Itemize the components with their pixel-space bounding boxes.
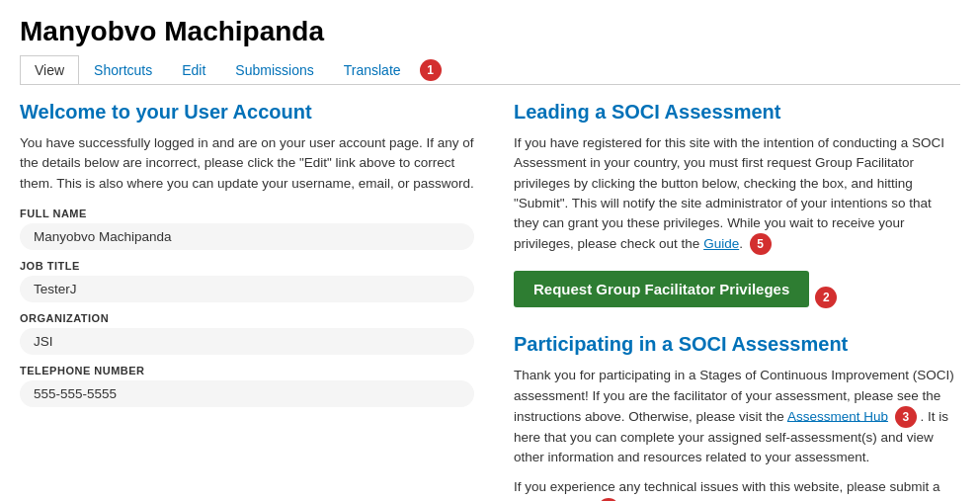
request-btn-wrapper: Request Group Facilitator Privileges 2 bbox=[514, 271, 837, 323]
field-label-job-title: JOB TITLE bbox=[20, 260, 474, 272]
field-job-title: JOB TITLE TesterJ bbox=[20, 260, 474, 302]
participating-description: Thank you for participating in a Stages … bbox=[514, 366, 960, 467]
leading-badge: 5 bbox=[750, 233, 772, 255]
leading-description: If you have registered for this site wit… bbox=[514, 133, 960, 255]
intro-text: You have successfully logged in and are … bbox=[20, 133, 474, 194]
tab-translate[interactable]: Translate bbox=[329, 55, 416, 84]
help-badge: 4 bbox=[598, 498, 619, 502]
guide-link[interactable]: Guide bbox=[703, 236, 739, 251]
request-group-facilitator-button[interactable]: Request Group Facilitator Privileges bbox=[514, 271, 809, 307]
field-value-organization: JSI bbox=[20, 328, 474, 355]
field-value-full-name: Manyobvo Machipanda bbox=[20, 223, 474, 250]
leading-title: Leading a SOCI Assessment bbox=[514, 101, 960, 124]
participating-text1: Thank you for participating in a Stages … bbox=[514, 368, 954, 423]
field-value-job-title: TesterJ bbox=[20, 276, 474, 302]
assessment-hub-link[interactable]: Assessment Hub bbox=[787, 408, 888, 423]
participating-title: Participating in a SOCI Assessment bbox=[514, 333, 960, 356]
field-label-organization: ORGANIZATION bbox=[20, 312, 474, 324]
leading-description-text: If you have registered for this site wit… bbox=[514, 135, 944, 251]
right-column: Leading a SOCI Assessment If you have re… bbox=[514, 101, 960, 501]
tab-edit[interactable]: Edit bbox=[167, 55, 220, 84]
tab-view[interactable]: View bbox=[20, 55, 79, 84]
field-organization: ORGANIZATION JSI bbox=[20, 312, 474, 355]
tab-bar: View Shortcuts Edit Submissions Translat… bbox=[20, 55, 960, 85]
tab-shortcuts[interactable]: Shortcuts bbox=[79, 55, 167, 84]
welcome-title: Welcome to your User Account bbox=[20, 101, 474, 124]
page-title: Manyobvo Machipanda bbox=[20, 16, 960, 47]
field-telephone: TELEPHONE NUMBER 555-555-5555 bbox=[20, 365, 474, 407]
help-text-before: If you experience any technical issues w… bbox=[514, 479, 939, 494]
field-value-telephone: 555-555-5555 bbox=[20, 380, 474, 407]
tab-badge: 1 bbox=[420, 59, 442, 81]
participating-badge: 3 bbox=[895, 406, 917, 428]
tab-submissions[interactable]: Submissions bbox=[220, 55, 328, 84]
request-badge: 2 bbox=[815, 287, 837, 308]
field-label-full-name: FULL NAME bbox=[20, 208, 474, 219]
field-full-name: FULL NAME Manyobvo Machipanda bbox=[20, 208, 474, 250]
left-column: Welcome to your User Account You have su… bbox=[20, 101, 474, 501]
help-text: If you experience any technical issues w… bbox=[514, 477, 960, 501]
field-label-telephone: TELEPHONE NUMBER bbox=[20, 365, 474, 376]
